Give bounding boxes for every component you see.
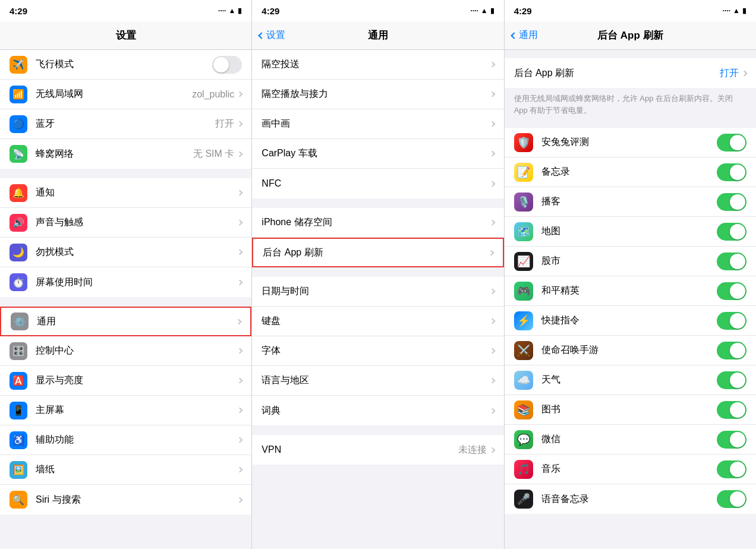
app-item-stocks[interactable]: 📈 股市 xyxy=(505,247,756,276)
list-item-bg-refresh[interactable]: 后台 App 刷新 xyxy=(252,238,503,267)
list-item-airdrop[interactable]: 隔空投送 xyxy=(252,50,503,80)
nav-title-2: 通用 xyxy=(368,29,388,42)
general-icon: ⚙️ xyxy=(11,313,29,330)
list-item-bt[interactable]: 🔵 蓝牙 打开 xyxy=(0,109,251,139)
bg-refresh-chevron xyxy=(488,250,494,255)
list-item-notifications[interactable]: 🔔 通知 xyxy=(0,178,251,208)
shortcuts-icon: ⚡ xyxy=(514,311,533,330)
app-item-pubg[interactable]: 🎮 和平精英 xyxy=(505,276,756,306)
app-item-wechat[interactable]: 💬 微信 xyxy=(505,425,756,455)
stocks-label: 股市 xyxy=(541,255,717,267)
list-item-dictionary[interactable]: 词典 xyxy=(252,396,503,425)
signal-icon-3: ···· xyxy=(723,7,730,15)
list-item-wallpaper[interactable]: 🖼️ 墙纸 xyxy=(0,455,251,485)
back-to-general[interactable]: 通用 xyxy=(512,29,538,42)
list-item-control[interactable]: 🎛️ 控制中心 xyxy=(0,336,251,366)
app-item-podcast[interactable]: 🎙️ 播客 xyxy=(505,187,756,217)
list-item-display[interactable]: 🅰️ 显示与亮度 xyxy=(0,366,251,396)
list-item-wifi[interactable]: 📶 无线局域网 zol_public xyxy=(0,80,251,109)
list-item-carplay[interactable]: CarPlay 车载 xyxy=(252,139,503,169)
nav-header-3: 通用 后台 App 刷新 xyxy=(505,21,756,50)
control-icon: 🎛️ xyxy=(10,342,27,360)
back-to-settings[interactable]: 设置 xyxy=(259,29,285,42)
app-item-maps[interactable]: 🗺️ 地图 xyxy=(505,217,756,247)
voicememo-toggle[interactable] xyxy=(717,490,746,508)
wechat-toggle[interactable] xyxy=(717,431,746,449)
airplane-label: 飞行模式 xyxy=(36,58,212,71)
list-item-nfc[interactable]: NFC xyxy=(252,169,503,198)
bt-chevron xyxy=(237,121,243,127)
list-item-pip[interactable]: 画中画 xyxy=(252,109,503,139)
homescreen-icon: 📱 xyxy=(10,402,27,419)
list-item-vpn[interactable]: VPN 未连接 xyxy=(252,435,503,465)
sound-icon: 🔊 xyxy=(10,214,27,232)
list-item-airplane[interactable]: ✈️ 飞行模式 xyxy=(0,50,251,80)
stocks-toggle[interactable] xyxy=(717,253,746,270)
notif-chevron xyxy=(237,190,243,196)
list-item-general[interactable]: ⚙️ 通用 xyxy=(0,307,251,336)
pip-label: 画中画 xyxy=(262,118,490,130)
books-toggle[interactable] xyxy=(717,401,746,419)
shortcuts-toggle[interactable] xyxy=(717,312,746,330)
list-item-cellular[interactable]: 📡 蜂窝网络 无 SIM 卡 xyxy=(0,139,251,169)
list-item-siri[interactable]: 🔍 Siri 与搜索 xyxy=(0,485,251,515)
app-item-weather[interactable]: ☁️ 天气 xyxy=(505,365,756,395)
list-item-sound[interactable]: 🔊 声音与触感 xyxy=(0,208,251,238)
wechat-icon: 💬 xyxy=(514,430,533,449)
airplane-toggle[interactable] xyxy=(212,56,242,74)
wallpaper-icon: 🖼️ xyxy=(10,461,27,479)
wallpaper-label: 墙纸 xyxy=(36,463,238,476)
airplay-chevron xyxy=(489,91,495,97)
general-content[interactable]: 隔空投送 隔空播放与接力 画中画 CarPlay 车载 NFC xyxy=(252,50,503,549)
list-item-homescreen[interactable]: 📱 主屏幕 xyxy=(0,396,251,425)
antutu-toggle[interactable] xyxy=(717,134,746,152)
screentime-label: 屏幕使用时间 xyxy=(36,276,238,289)
list-item-language[interactable]: 语言与地区 xyxy=(252,366,503,396)
bg-description: 使用无线局域网或蜂窝网络时，允许 App 在后台刷新内容。关闭 App 有助于节… xyxy=(505,88,756,123)
list-item-bg-top[interactable]: 后台 App 刷新 打开 xyxy=(505,58,756,88)
maps-toggle[interactable] xyxy=(717,223,746,241)
cod-label: 使命召唤手游 xyxy=(541,344,717,356)
screentime-icon: ⏱️ xyxy=(10,273,27,291)
cellular-value: 无 SIM 卡 xyxy=(193,148,234,160)
carplay-chevron xyxy=(489,151,495,157)
app-item-antutu[interactable]: 🛡️ 安兔兔评测 xyxy=(505,128,756,157)
list-item-screentime[interactable]: ⏱️ 屏幕使用时间 xyxy=(0,267,251,297)
bg-refresh-content[interactable]: 后台 App 刷新 打开 使用无线局域网或蜂窝网络时，允许 App 在后台刷新内… xyxy=(505,50,756,549)
list-item-airplay[interactable]: 隔空播放与接力 xyxy=(252,80,503,109)
wifi-icon-2: ▲ xyxy=(481,7,488,15)
homescreen-chevron xyxy=(237,408,243,414)
list-item-fonts[interactable]: 字体 xyxy=(252,336,503,366)
weather-toggle[interactable] xyxy=(717,371,746,389)
notes-label: 备忘录 xyxy=(541,166,717,178)
settings-content[interactable]: ✈️ 飞行模式 📶 无线局域网 zol_public 🔵 蓝牙 打开 xyxy=(0,50,251,549)
music-toggle[interactable] xyxy=(717,460,746,478)
battery-icon-1: ▮ xyxy=(238,7,242,15)
section-notifications: 🔔 通知 🔊 声音与触感 🌙 勿扰模式 ⏱️ 屏幕使用时间 xyxy=(0,178,251,297)
bt-label: 蓝牙 xyxy=(36,118,215,130)
app-item-notes[interactable]: 📝 备忘录 xyxy=(505,157,756,187)
back-label-2: 设置 xyxy=(266,29,285,42)
list-item-storage[interactable]: iPhone 储存空间 xyxy=(252,208,503,238)
app-item-voicememo[interactable]: 🎤 语音备忘录 xyxy=(505,484,756,514)
back-chevron-2 xyxy=(259,32,265,39)
pubg-toggle[interactable] xyxy=(717,282,746,300)
list-item-dnd[interactable]: 🌙 勿扰模式 xyxy=(0,238,251,267)
app-item-cod[interactable]: ⚔️ 使命召唤手游 xyxy=(505,336,756,365)
notifications-icon: 🔔 xyxy=(10,184,27,202)
list-item-datetime[interactable]: 日期与时间 xyxy=(252,277,503,307)
signal-icon-1: ···· xyxy=(218,7,226,15)
notes-toggle[interactable] xyxy=(717,163,746,181)
app-item-books[interactable]: 📚 图书 xyxy=(505,395,756,425)
dnd-icon: 🌙 xyxy=(10,244,27,261)
podcast-toggle[interactable] xyxy=(717,193,746,211)
list-item-keyboard[interactable]: 键盘 xyxy=(252,307,503,336)
app-item-shortcuts[interactable]: ⚡ 快捷指令 xyxy=(505,306,756,336)
app-item-music[interactable]: 🎵 音乐 xyxy=(505,455,756,484)
cod-toggle[interactable] xyxy=(717,342,746,359)
wifi-icon-1: ▲ xyxy=(228,7,235,15)
battery-icon-2: ▮ xyxy=(490,7,494,15)
keyboard-chevron xyxy=(489,318,495,324)
bt-icon: 🔵 xyxy=(10,115,27,133)
list-item-accessibility[interactable]: ♿ 辅助功能 xyxy=(0,425,251,455)
